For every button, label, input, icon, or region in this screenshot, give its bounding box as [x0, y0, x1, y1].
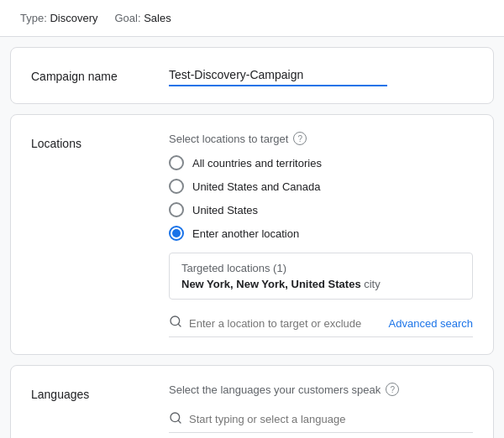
- type-label: Type:: [20, 12, 47, 24]
- radio-us-canada-label: United States and Canada: [192, 180, 321, 193]
- radio-us-input[interactable]: [169, 202, 184, 217]
- targeted-locations-title: Targeted locations (1): [181, 262, 460, 274]
- campaign-name-input[interactable]: [169, 65, 387, 86]
- goal-label: Goal:: [115, 12, 141, 24]
- location-search-icon: [169, 315, 182, 331]
- radio-us-label: United States: [192, 204, 258, 216]
- locations-select-label-text: Select locations to target: [169, 133, 288, 145]
- locations-help-icon[interactable]: ?: [293, 132, 307, 145]
- targeted-locations-box: Targeted locations (1) New York, New Yor…: [169, 253, 473, 300]
- languages-select-label: Select the languages your customers spea…: [169, 383, 473, 396]
- type-value: Discovery: [50, 12, 97, 24]
- campaign-name-card: Campaign name: [10, 47, 494, 104]
- targeted-location-name: New York, New York, United States: [181, 278, 361, 290]
- targeted-location-type-label: city: [364, 278, 381, 290]
- svg-line-1: [178, 324, 181, 326]
- radio-another-location-input[interactable]: [169, 226, 184, 241]
- goal-label-group: Goal: Sales: [115, 12, 171, 24]
- campaign-name-label: Campaign name: [31, 65, 149, 83]
- languages-label: Languages: [31, 383, 149, 401]
- svg-line-3: [178, 420, 181, 423]
- targeted-location-entry: New York, New York, United States city: [181, 278, 460, 290]
- radio-another-location[interactable]: Enter another location: [169, 226, 473, 241]
- languages-row: Languages Select the languages your cust…: [31, 383, 473, 438]
- goal-value: Sales: [144, 12, 171, 24]
- radio-all-countries-label: All countries and territories: [192, 157, 322, 169]
- page-wrapper: Type: Discovery Goal: Sales Campaign nam…: [0, 0, 504, 438]
- languages-select-label-text: Select the languages your customers spea…: [169, 383, 381, 396]
- locations-row: Locations Select locations to target ? A…: [31, 132, 473, 337]
- location-search-input[interactable]: [189, 317, 382, 330]
- locations-select-label: Select locations to target ?: [169, 132, 473, 145]
- campaign-name-row: Campaign name: [31, 65, 473, 86]
- advanced-search-link[interactable]: Advanced search: [389, 317, 473, 330]
- radio-us[interactable]: United States: [169, 202, 473, 217]
- radio-all-countries[interactable]: All countries and territories: [169, 155, 473, 170]
- type-label-group: Type: Discovery: [20, 12, 98, 24]
- languages-content: Select the languages your customers spea…: [169, 383, 473, 438]
- locations-radio-group: All countries and territories United Sta…: [169, 155, 473, 241]
- type-goal-bar: Type: Discovery Goal: Sales: [0, 0, 504, 37]
- languages-search-input[interactable]: [189, 413, 473, 425]
- location-search-row: Advanced search: [169, 310, 473, 337]
- languages-search-icon: [169, 411, 182, 427]
- radio-us-canada-input[interactable]: [169, 179, 184, 194]
- radio-another-location-label: Enter another location: [192, 227, 299, 240]
- locations-content: Select locations to target ? All countri…: [169, 132, 473, 337]
- locations-label: Locations: [31, 132, 149, 150]
- languages-card: Languages Select the languages your cust…: [10, 365, 494, 438]
- languages-help-icon[interactable]: ?: [386, 383, 399, 396]
- campaign-name-content: [169, 65, 473, 86]
- radio-all-countries-input[interactable]: [169, 155, 184, 170]
- radio-us-canada[interactable]: United States and Canada: [169, 179, 473, 194]
- locations-card: Locations Select locations to target ? A…: [10, 114, 494, 355]
- languages-search-row: [169, 406, 473, 433]
